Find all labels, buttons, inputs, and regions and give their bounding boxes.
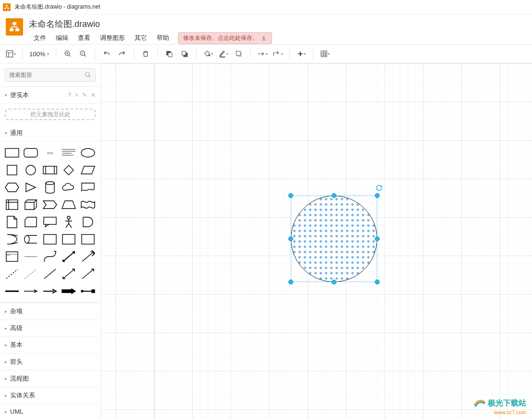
scratchpad-edit-icon[interactable]: ✎ — [82, 92, 87, 99]
shape-textbox[interactable] — [61, 146, 77, 160]
redo-button[interactable] — [115, 47, 129, 61]
rotate-handle[interactable] — [375, 184, 383, 192]
shape-curve[interactable] — [42, 249, 58, 264]
delete-button[interactable] — [139, 47, 152, 61]
shape-callout[interactable] — [42, 215, 58, 229]
scratchpad-help[interactable]: ? — [68, 92, 71, 99]
shape-tape[interactable] — [80, 197, 96, 212]
shape-datastore[interactable] — [23, 232, 39, 246]
shape-ellipse[interactable] — [80, 146, 96, 160]
insert-button[interactable]: ▾ — [295, 47, 308, 61]
table-button[interactable]: ▾ — [318, 47, 332, 61]
selected-ellipse-shape[interactable] — [291, 196, 377, 282]
menu-edit[interactable]: 编辑 — [51, 32, 73, 44]
category-basic[interactable]: ▸基本 — [0, 336, 100, 353]
shape-rect4[interactable] — [80, 232, 96, 246]
search-input[interactable] — [9, 72, 85, 78]
canvas[interactable]: 极光下载站 www.xz7.com — [101, 63, 532, 419]
scratchpad-add-icon[interactable]: + — [75, 92, 78, 99]
resize-handle-n[interactable] — [332, 193, 336, 198]
shape-connector[interactable] — [80, 284, 96, 298]
shape-dotted-line[interactable] — [23, 267, 39, 281]
zoom-dropdown[interactable]: 100%▾ — [27, 50, 51, 58]
menu-help[interactable]: 帮助 — [152, 32, 174, 44]
shape-cube[interactable] — [23, 197, 39, 212]
shape-bidir-arrow[interactable] — [61, 249, 77, 264]
shape-block-arrow[interactable] — [61, 284, 77, 298]
resize-handle-e[interactable] — [375, 236, 380, 241]
search-box[interactable] — [5, 68, 96, 82]
shape-line-bidir[interactable] — [61, 267, 77, 281]
document-title[interactable]: 未命名绘图.drawio — [29, 18, 526, 32]
undo-button[interactable] — [100, 47, 113, 61]
category-uml[interactable]: ▸UML — [0, 404, 100, 419]
shape-rect2[interactable] — [42, 232, 58, 246]
category-flowchart[interactable]: ▸流程图 — [0, 370, 100, 387]
shape-square[interactable] — [4, 163, 20, 177]
category-arrows[interactable]: ▸箭头 — [0, 353, 100, 370]
shape-internal-storage[interactable] — [4, 197, 20, 212]
shadow-button[interactable] — [232, 47, 246, 61]
shape-diamond[interactable] — [61, 163, 77, 177]
shape-rectangle[interactable] — [4, 146, 20, 160]
scratchpad-dropzone[interactable]: 把元素拖至此处 — [5, 109, 96, 120]
shape-or[interactable] — [4, 232, 20, 246]
resize-handle-se[interactable] — [375, 280, 380, 284]
shape-arrow[interactable] — [80, 249, 96, 264]
fill-color-button[interactable]: ▾ — [201, 47, 215, 61]
shape-hexagon[interactable] — [4, 180, 20, 195]
shape-trapezoid[interactable] — [61, 197, 77, 212]
category-misc[interactable]: ▸杂项 — [0, 303, 100, 320]
shape-note[interactable] — [4, 215, 20, 229]
shape-listitem[interactable] — [23, 249, 39, 264]
shape-triangle[interactable] — [23, 180, 39, 195]
line-color-button[interactable]: ▾ — [217, 47, 230, 61]
resize-handle-sw[interactable] — [288, 280, 293, 284]
resize-handle-s[interactable] — [332, 280, 336, 284]
shape-dashed-line[interactable] — [4, 267, 20, 281]
save-warning-button[interactable]: 修改未保存。点击此处保存。 — [178, 32, 272, 44]
shape-line-arrow[interactable] — [80, 267, 96, 281]
shape-card[interactable] — [23, 215, 39, 229]
shape-rect3[interactable] — [61, 232, 77, 246]
scratchpad-close-icon[interactable]: ✕ — [91, 92, 96, 99]
menu-adjust[interactable]: 调整图形 — [95, 32, 130, 44]
menu-other[interactable]: 其它 — [130, 32, 152, 44]
view-mode-button[interactable]: ▾ — [4, 47, 17, 61]
waypoints-button[interactable]: ▾ — [271, 47, 285, 61]
category-advanced[interactable]: ▸高级 — [0, 320, 100, 336]
shape-thin-arrow[interactable] — [23, 284, 39, 298]
shape-cylinder[interactable] — [42, 180, 58, 195]
shape-list[interactable] — [4, 249, 20, 264]
zoom-out-button[interactable] — [76, 47, 90, 61]
resize-handle-nw[interactable] — [288, 193, 293, 198]
resize-handle-ne[interactable] — [375, 193, 380, 198]
shape-circle[interactable] — [23, 163, 39, 177]
caret-down-icon: ▾ — [5, 131, 7, 136]
shape-cloud[interactable] — [61, 180, 77, 195]
shape-actor[interactable] — [61, 215, 77, 229]
shape-thick-line[interactable] — [4, 284, 20, 298]
shape-rounded-rect[interactable] — [23, 146, 39, 160]
to-front-button[interactable] — [162, 47, 176, 61]
shape-text[interactable]: Text — [42, 146, 58, 160]
menu-view[interactable]: 查看 — [73, 32, 95, 44]
shape-step[interactable] — [42, 197, 58, 212]
logo-icon[interactable] — [6, 18, 23, 36]
separator — [95, 49, 95, 59]
shape-and[interactable] — [80, 215, 96, 229]
menu-file[interactable]: 文件 — [29, 32, 51, 44]
to-back-button[interactable] — [178, 47, 191, 61]
connection-button[interactable]: ▾ — [256, 47, 269, 61]
shape-thick-arrow[interactable] — [42, 284, 58, 298]
scratchpad-header[interactable]: ▾ 便笺本 ? + ✎ ✕ — [0, 87, 100, 104]
shape-parallelogram[interactable] — [80, 163, 96, 177]
shape-document[interactable] — [80, 180, 96, 195]
separator — [22, 49, 23, 59]
zoom-in-button[interactable] — [61, 47, 74, 61]
general-header[interactable]: ▾ 通用 — [0, 125, 100, 142]
category-er[interactable]: ▸实体关系 — [0, 387, 100, 404]
shape-line[interactable] — [42, 267, 58, 281]
shape-process[interactable] — [42, 163, 58, 177]
resize-handle-w[interactable] — [288, 236, 293, 241]
